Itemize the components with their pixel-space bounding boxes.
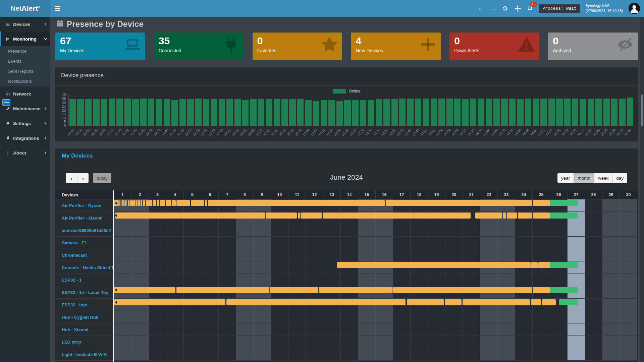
forward-arrow-icon[interactable]: → [489,5,496,12]
presence-bar[interactable] [297,99,304,126]
presence-event-bar[interactable] [138,200,140,206]
sidebar-subitem-notifications[interactable]: Notifications [0,76,50,86]
scrollbar-thumb[interactable] [641,95,643,126]
presence-bar[interactable] [124,99,131,126]
presence-bar[interactable] [627,98,633,126]
presence-event-bar[interactable] [337,262,531,268]
online-now-event-bar[interactable] [550,200,578,206]
device-link[interactable]: Light - bedside B WiFi [55,348,114,361]
sidebar-item-maintenance[interactable]: NEWMaintenance [0,101,50,116]
sidebar-toggle-icon[interactable] [55,5,63,12]
page-scrollbar[interactable] [640,17,644,362]
online-now-event-bar[interactable] [550,287,578,293]
presence-bar[interactable] [164,99,170,126]
presence-bar[interactable] [69,99,76,126]
presence-event-bar[interactable] [176,200,190,206]
presence-bar[interactable] [93,99,99,126]
notification-count-badge[interactable]: 15 [530,2,537,7]
presence-event-bar[interactable] [191,200,204,206]
sidebar-item-integrations[interactable]: Integrations [0,131,50,145]
presence-bar[interactable] [525,99,531,126]
presence-event-bar[interactable] [445,299,462,305]
device-link[interactable]: Air Purifier - Dyson [55,199,114,212]
presence-event-bar[interactable] [114,299,225,305]
user-avatar[interactable] [629,3,640,14]
stat-card-down-alerts[interactable]: 0Down Alerts [449,33,539,60]
presence-bar[interactable] [328,100,335,126]
sidebar-subitem-presence[interactable]: Presence [0,46,50,56]
device-link[interactable]: Hub - Xiaomi [55,323,114,336]
presence-event-bar[interactable] [136,200,137,206]
view-button-week[interactable]: week [594,173,612,183]
presence-bar[interactable] [85,99,92,126]
presence-event-bar[interactable] [266,213,297,219]
presence-bar[interactable] [509,99,516,126]
presence-bar[interactable] [313,101,319,126]
presence-bar[interactable] [226,99,233,126]
presence-event-bar[interactable] [148,200,152,206]
presence-bar[interactable] [171,100,178,126]
presence-bar[interactable] [399,99,406,126]
presence-bar[interactable] [242,100,249,126]
device-link[interactable]: Air Purifier - Xiaomi [55,212,114,224]
presence-bar[interactable] [454,99,461,126]
presence-bar[interactable] [517,99,523,126]
refresh-icon[interactable] [502,5,508,12]
presence-event-bar[interactable] [133,200,135,206]
view-button-year[interactable]: year [557,173,574,183]
presence-bar[interactable] [219,99,225,126]
presence-event-bar[interactable] [507,213,517,219]
presence-event-bar[interactable] [323,213,471,219]
sidebar-item-monitoring[interactable]: Monitoring [0,32,50,46]
presence-bar[interactable] [258,99,264,126]
view-button-month[interactable]: month [574,173,594,183]
presence-event-bar[interactable] [172,200,176,206]
presence-bar[interactable] [564,99,571,126]
presence-bar[interactable] [234,99,241,126]
online-now-event-bar[interactable] [550,213,578,219]
presence-bar[interactable] [203,99,209,126]
presence-bar[interactable] [336,101,343,126]
presence-event-bar[interactable] [126,200,127,206]
presence-bar[interactable] [391,99,398,126]
presence-event-bar[interactable] [124,200,126,206]
presence-event-bar[interactable] [531,299,541,305]
stat-card-my-devices[interactable]: 67My Devices [55,33,145,60]
presence-event-bar[interactable] [407,299,444,305]
presence-event-bar[interactable] [121,200,121,206]
presence-bar[interactable] [156,99,162,126]
presence-bar[interactable] [274,99,280,126]
presence-bar[interactable] [195,99,202,126]
device-link[interactable]: ESP32 - 1 [55,274,114,286]
presence-bar[interactable] [572,99,578,126]
presence-bar[interactable] [501,99,507,126]
presence-event-bar[interactable] [463,299,530,305]
presence-event-bar[interactable] [503,213,506,219]
back-arrow-icon[interactable]: ← [477,5,484,12]
presence-event-bar[interactable] [386,200,532,206]
presence-event-bar[interactable] [128,200,129,206]
move-fullscreen-icon[interactable] [514,5,521,12]
device-link[interactable]: android-68608b93a00e4 [55,224,114,237]
presence-event-bar[interactable] [533,213,550,219]
sidebar-subitem-events[interactable]: Events [0,56,50,66]
presence-bar[interactable] [611,99,618,126]
presence-bar[interactable] [187,99,194,126]
presence-bar[interactable] [556,99,562,126]
sidebar-item-devices[interactable]: Devices [0,17,50,32]
device-link[interactable]: Console - Nvidia Shield T [55,261,114,274]
app-logo[interactable]: NetAlertx [0,0,50,17]
presence-event-bar[interactable] [176,287,269,293]
presence-bar[interactable] [266,99,272,126]
notifications-bell-icon[interactable]: 15 [527,5,533,12]
sidebar-item-settings[interactable]: Settings [0,116,50,131]
presence-bar[interactable] [423,99,429,126]
device-link[interactable]: Chromecast [55,249,114,261]
device-link[interactable]: ESP32 - 1n - Laser Toy [55,286,114,299]
presence-event-bar[interactable] [122,200,123,206]
presence-bar[interactable] [486,99,492,126]
device-link[interactable]: ESP32 - ttgo [55,299,114,311]
presence-bar[interactable] [321,100,327,126]
presence-event-bar[interactable] [533,287,550,293]
presence-event-bar[interactable] [533,200,550,206]
